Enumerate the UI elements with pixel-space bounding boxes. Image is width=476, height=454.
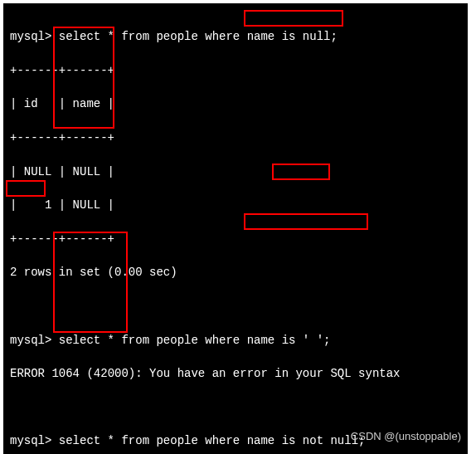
sql-statement-2: select * from people where name is ' '; — [59, 334, 331, 347]
table-row: | 1 | NULL | — [10, 197, 461, 213]
table-row: | NULL | NULL | — [10, 164, 461, 180]
table-separator: +------+------+ — [10, 62, 461, 79]
mysql-prompt: mysql> — [10, 334, 59, 347]
table-header: | id | name | — [10, 95, 461, 112]
highlight-box-error — [6, 180, 46, 197]
terminal-window: mysql> select * from people where name i… — [3, 3, 468, 454]
table-separator: +------+------+ — [10, 231, 461, 247]
error-label: ERROR — [10, 367, 45, 380]
result-footer: 2 rows in set (0.00 sec) — [10, 264, 461, 281]
error-text: 1064 (42000): You have an error in your … — [45, 367, 400, 380]
error-line: ERROR 1064 (42000): You have an error in… — [10, 365, 461, 382]
sql-statement-1: select * from people where name is null; — [59, 30, 338, 43]
query-line-1: mysql> select * from people where name i… — [10, 28, 461, 45]
mysql-prompt: mysql> — [10, 30, 59, 43]
mysql-prompt: mysql> — [10, 434, 59, 447]
watermark: CSDN @(unstoppable) — [351, 430, 461, 442]
sql-statement-3: select * from people where name is not n… — [59, 434, 366, 447]
query-line-2: mysql> select * from people where name i… — [10, 332, 461, 349]
table-separator: +------+------+ — [10, 129, 461, 146]
highlight-box-name-is-not-null — [244, 213, 368, 230]
highlight-box-name-is-null — [244, 10, 343, 27]
